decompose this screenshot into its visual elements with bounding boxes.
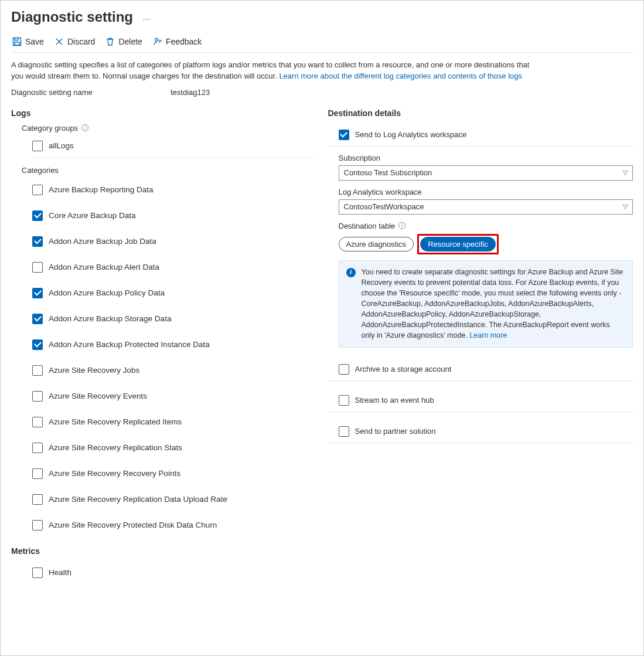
- category-checkbox[interactable]: [32, 339, 43, 350]
- dest-table-label: Destination table i: [339, 222, 633, 230]
- highlighted-selection: Resource specific: [417, 234, 499, 254]
- subscription-value: Contoso Test Subscription: [344, 168, 432, 177]
- metrics-section: Metrics Health: [11, 546, 316, 584]
- category-checkbox[interactable]: [32, 236, 43, 247]
- logs-heading: Logs: [11, 108, 316, 118]
- categories-label: Categories: [11, 166, 316, 175]
- category-item: Azure Site Recovery Jobs: [32, 358, 316, 383]
- category-checkbox[interactable]: [32, 417, 43, 427]
- chevron-down-icon: ▽: [623, 203, 628, 210]
- subscription-dropdown[interactable]: Contoso Test Subscription ▽: [339, 165, 633, 181]
- category-item: Addon Azure Backup Alert Data: [32, 254, 316, 280]
- category-label: Addon Azure Backup Alert Data: [49, 263, 159, 271]
- dest-la-header: Send to Log Analytics workspace: [328, 124, 633, 147]
- category-checkbox[interactable]: [32, 288, 43, 298]
- feedback-icon: [153, 37, 162, 46]
- intro-learn-more-link[interactable]: Learn more about the different log categ…: [279, 72, 522, 80]
- setting-name-label: Diagnostic setting name: [11, 88, 171, 97]
- intro-text: A diagnostic setting specifies a list of…: [11, 60, 539, 82]
- category-groups-label: Category groups i: [11, 124, 316, 132]
- resource-specific-pill[interactable]: Resource specific: [420, 237, 496, 251]
- alllogs-label: allLogs: [49, 141, 74, 150]
- category-groups-text: Category groups: [22, 124, 78, 132]
- chevron-down-icon: ▽: [623, 169, 628, 176]
- archive-checkbox[interactable]: [339, 364, 349, 375]
- category-item: Azure Site Recovery Recovery Points: [32, 461, 316, 487]
- save-label: Save: [25, 37, 44, 46]
- category-checkbox[interactable]: [32, 314, 43, 324]
- title-row: Diagnostic setting …: [11, 1, 633, 28]
- info-learn-more-link[interactable]: Learn more: [469, 331, 507, 339]
- category-item: Azure Site Recovery Events: [32, 383, 316, 409]
- dest-loganalytics-block: Send to Log Analytics workspace Subscrip…: [328, 124, 633, 348]
- destination-heading: Destination details: [328, 108, 633, 118]
- workspace-label: Log Analytics workspace: [339, 188, 633, 196]
- save-button[interactable]: Save: [12, 37, 44, 46]
- category-checkbox[interactable]: [32, 443, 43, 453]
- category-label: Core Azure Backup Data: [49, 211, 136, 220]
- destination-column: Destination details Send to Log Analytic…: [328, 105, 633, 584]
- category-item: Core Azure Backup Data: [32, 203, 316, 229]
- send-la-checkbox[interactable]: [339, 130, 349, 140]
- category-item: Addon Azure Backup Protected Instance Da…: [32, 332, 316, 358]
- delete-label: Delete: [118, 37, 142, 46]
- dest-archive-row: Archive to a storage account: [328, 358, 633, 381]
- category-checkbox[interactable]: [32, 494, 43, 505]
- category-item: Azure Site Recovery Replication Stats: [32, 435, 316, 461]
- eventhub-checkbox[interactable]: [339, 395, 349, 406]
- category-checkbox[interactable]: [32, 468, 43, 479]
- workspace-dropdown[interactable]: ContosoTestWorkspace ▽: [339, 199, 633, 215]
- category-label: Addon Azure Backup Storage Data: [49, 314, 171, 323]
- discard-button[interactable]: Discard: [54, 37, 95, 46]
- category-checkbox[interactable]: [32, 185, 43, 195]
- metric-checkbox[interactable]: [32, 567, 43, 578]
- category-item: Addon Azure Backup Storage Data: [32, 306, 316, 332]
- info-icon[interactable]: i: [81, 124, 88, 131]
- eventhub-label: Stream to an event hub: [355, 396, 434, 405]
- category-label: Azure Site Recovery Events: [49, 392, 147, 400]
- category-checkbox[interactable]: [32, 520, 43, 531]
- category-checkbox[interactable]: [32, 210, 43, 221]
- archive-label: Archive to a storage account: [355, 365, 452, 373]
- toolbar: Save Discard Delete Feedback: [11, 28, 633, 53]
- partner-checkbox[interactable]: [339, 426, 349, 437]
- info-icon: i: [346, 268, 356, 277]
- category-item: Azure Site Recovery Replicated Items: [32, 409, 316, 435]
- info-callout: i You need to create separate diagnostic…: [339, 260, 633, 348]
- diagnostic-setting-page: Diagnostic setting … Save Discard Delete…: [0, 0, 644, 656]
- feedback-button[interactable]: Feedback: [153, 37, 202, 46]
- delete-button[interactable]: Delete: [105, 37, 142, 46]
- category-label: Addon Azure Backup Policy Data: [49, 288, 165, 297]
- category-label: Azure Backup Reporting Data: [49, 185, 154, 194]
- category-item: Azure Site Recovery Replication Data Upl…: [32, 487, 316, 512]
- subscription-label: Subscription: [339, 154, 633, 162]
- setting-name-value[interactable]: testdiag123: [171, 88, 210, 97]
- category-checkbox[interactable]: [32, 391, 43, 402]
- category-group-alllogs: allLogs: [32, 135, 316, 158]
- page-title: Diagnostic setting: [11, 9, 133, 25]
- azure-diagnostics-pill[interactable]: Azure diagnostics: [339, 237, 414, 251]
- categories-list: Azure Backup Reporting Data Core Azure B…: [11, 177, 316, 538]
- columns: Logs Category groups i allLogs Categorie…: [11, 105, 633, 584]
- metric-label: Health: [49, 568, 71, 577]
- logs-column: Logs Category groups i allLogs Categorie…: [11, 105, 316, 584]
- delete-icon: [105, 37, 115, 46]
- info-icon[interactable]: i: [398, 222, 406, 229]
- category-label: Addon Azure Backup Job Data: [49, 237, 156, 246]
- svg-point-2: [155, 39, 158, 42]
- workspace-value: ContosoTestWorkspace: [344, 202, 424, 211]
- dest-table-text: Destination table: [339, 222, 396, 230]
- alllogs-checkbox[interactable]: [32, 141, 43, 151]
- dest-table-toggle: Azure diagnostics Resource specific: [339, 234, 633, 254]
- category-label: Azure Site Recovery Recovery Points: [49, 469, 180, 478]
- setting-name-row: Diagnostic setting name testdiag123: [11, 88, 633, 97]
- category-label: Addon Azure Backup Protected Instance Da…: [49, 340, 210, 349]
- category-checkbox[interactable]: [32, 262, 43, 273]
- discard-label: Discard: [67, 37, 95, 46]
- info-text: You need to create separate diagnostic s…: [362, 268, 623, 340]
- category-checkbox[interactable]: [32, 365, 43, 376]
- more-menu-icon[interactable]: …: [142, 12, 151, 22]
- dest-partner-row: Send to partner solution: [328, 420, 633, 443]
- send-la-label: Send to Log Analytics workspace: [355, 130, 467, 139]
- discard-icon: [54, 37, 64, 46]
